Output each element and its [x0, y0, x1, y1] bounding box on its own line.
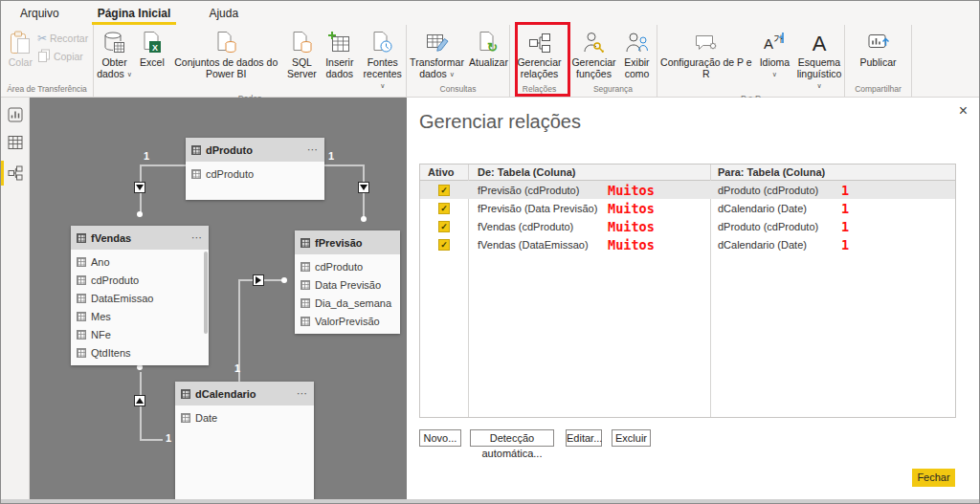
table-icon	[77, 330, 86, 340]
table-card-header[interactable]: dCalendario ⋯	[175, 382, 314, 405]
relationship-line[interactable]	[140, 372, 142, 441]
transform-data-button[interactable]: Transformar dados ∨	[408, 28, 467, 82]
publish-icon	[866, 30, 891, 56]
get-data-button[interactable]: Obter dados ∨	[94, 28, 135, 82]
field-row[interactable]: ValorPrevisão	[295, 312, 400, 330]
table-icon	[301, 238, 310, 248]
field-row[interactable]: QtdItens	[71, 343, 209, 362]
card-scrollbar[interactable]	[204, 252, 208, 334]
document-database-icon	[214, 30, 238, 56]
cut-button[interactable]: ✂ Recortar	[37, 32, 88, 45]
column-header-ativo: Ativo	[420, 164, 468, 180]
table-row[interactable]: ✓ fVendas (DataEmissao) dCalendario (Dat…	[420, 235, 955, 253]
annotation-muitos: Muitos	[608, 183, 655, 198]
field-row[interactable]: NFe	[71, 325, 209, 343]
active-checkbox[interactable]: ✓	[438, 203, 450, 214]
powerbi-datasets-button[interactable]: Conjuntos de dados do Power BI	[169, 28, 283, 81]
publish-button[interactable]: Publicar	[856, 28, 902, 70]
delete-button[interactable]: Excluir	[612, 429, 651, 447]
field-row[interactable]: cdProduto	[295, 257, 400, 275]
field-row[interactable]: Date	[175, 408, 314, 427]
field-row[interactable]: DataEmissao	[71, 289, 209, 307]
fechar-button[interactable]: Fechar	[912, 469, 955, 487]
model-canvas: 1 1 1 1 dProduto ⋯ cdProduto	[30, 98, 407, 500]
field-row[interactable]: cdProduto	[71, 271, 209, 289]
from-column-value: fPrevisão (Data Previsão)	[468, 203, 710, 214]
more-options-icon[interactable]: ⋯	[307, 143, 319, 156]
tab-pagina-inicial[interactable]: Página Inicial	[92, 3, 177, 25]
manage-roles-button[interactable]: Gerenciar funções	[571, 28, 617, 81]
to-column-value: dCalendario (Date)	[710, 239, 955, 251]
field-row[interactable]: cdProduto	[186, 164, 324, 183]
tab-arquivo[interactable]: Arquivo	[14, 3, 65, 25]
view-sidebar	[1, 98, 30, 500]
edit-button[interactable]: Editar...	[566, 429, 602, 447]
field-row[interactable]: Data Previsão	[295, 275, 400, 294]
linguistic-schema-button[interactable]: A Esquema linguístico ∨	[794, 28, 844, 94]
report-view-icon[interactable]	[8, 107, 23, 122]
filter-direction-arrow-icon	[134, 395, 145, 406]
annotation-one: 1	[841, 237, 849, 252]
new-button[interactable]: Novo...	[419, 429, 461, 447]
relationships-table: Ativo De: Tabela (Coluna) Para: Tabela (…	[419, 164, 956, 418]
table-card-header[interactable]: dProduto ⋯	[186, 138, 324, 162]
two-persons-icon	[625, 30, 650, 56]
letter-a-icon: A	[808, 30, 831, 56]
copy-button[interactable]: Copiar	[37, 49, 88, 64]
field-row[interactable]: Ano	[71, 252, 209, 271]
manage-relationships-button[interactable]: Gerenciar relações	[512, 28, 568, 81]
table-card-fvendas[interactable]: fVendas ⋯ Ano cdProduto DataEmissao Mes …	[71, 226, 209, 365]
active-checkbox[interactable]: ✓	[438, 221, 450, 232]
table-card-fprevisao[interactable]: fPrevisão cdProduto Data Previsão Dia_da…	[295, 230, 400, 334]
svg-text:가: 가	[774, 33, 784, 44]
chevron-down-icon: ∨	[380, 82, 385, 89]
relationship-line[interactable]	[140, 439, 163, 441]
recent-sources-button[interactable]: Fontes recentes ∨	[359, 28, 406, 94]
field-row[interactable]: Dia_da_semana	[295, 294, 400, 312]
active-checkbox[interactable]: ✓	[438, 239, 450, 251]
group-share: Publicar Compartilhar	[845, 25, 912, 97]
table-card-dcalendario[interactable]: dCalendario ⋯ Date	[175, 382, 314, 500]
paste-button[interactable]: Colar	[6, 28, 35, 70]
copy-icon	[37, 49, 51, 64]
ribbon: Arquivo Página Inicial Ajuda Colar ✂ Rec…	[1, 1, 979, 98]
table-card-dproduto[interactable]: dProduto ⋯ cdProduto	[186, 138, 324, 200]
to-column-value: dCalendario (Date)	[710, 203, 955, 214]
more-options-icon[interactable]: ⋯	[297, 387, 308, 400]
autodetect-button[interactable]: Detecção automática...	[470, 429, 554, 447]
enter-data-button[interactable]: Inserir dados	[321, 28, 358, 81]
group-label: Compartilhar	[845, 84, 911, 97]
relationship-line[interactable]	[140, 164, 186, 166]
annotation-one: 1	[841, 183, 849, 198]
annotation-muitos: Muitos	[608, 201, 655, 216]
cardinality-one-label: 1	[234, 362, 240, 374]
table-row[interactable]: ✓ fVendas (cdProduto) dProduto (cdProdut…	[420, 217, 955, 235]
close-icon[interactable]: ×	[959, 102, 968, 120]
field-row[interactable]: Mes	[71, 307, 209, 325]
language-button[interactable]: A가 Idioma∨	[756, 28, 793, 82]
more-options-icon[interactable]: ⋯	[191, 231, 203, 244]
svg-text:↻: ↻	[487, 40, 498, 55]
document-refresh-icon: ↻	[477, 30, 501, 56]
active-checkbox[interactable]: ✓	[438, 185, 450, 196]
view-as-button[interactable]: Exibir como	[619, 28, 656, 81]
model-view-icon[interactable]	[8, 165, 23, 181]
tab-ajuda[interactable]: Ajuda	[203, 3, 244, 25]
qa-setup-button[interactable]: Configuração de P e R	[657, 28, 755, 81]
table-card-header[interactable]: fPrevisão	[295, 230, 400, 254]
relationship-line[interactable]	[324, 164, 365, 166]
column-header-from: De: Tabela (Coluna)	[468, 164, 710, 180]
sql-server-button[interactable]: SQL Server	[284, 28, 320, 81]
data-view-icon[interactable]	[8, 135, 23, 150]
table-icon	[301, 262, 310, 272]
document-clock-icon	[370, 30, 394, 56]
refresh-button[interactable]: ↻ Atualizar	[469, 28, 509, 70]
table-row[interactable]: ✓ fPrevisão (Data Previsão) dCalendario …	[420, 199, 955, 217]
window-bottom-edge	[1, 499, 979, 503]
table-row[interactable]: ✓ fPrevisão (cdProduto) dProduto (cdProd…	[420, 181, 955, 199]
table-card-header[interactable]: fVendas ⋯	[71, 226, 209, 250]
group-label: Segurança	[569, 84, 657, 97]
group-relationships: Gerenciar relações Relações	[510, 25, 569, 97]
annotation-one: 1	[841, 219, 849, 234]
excel-button[interactable]: X Excel	[136, 28, 168, 70]
